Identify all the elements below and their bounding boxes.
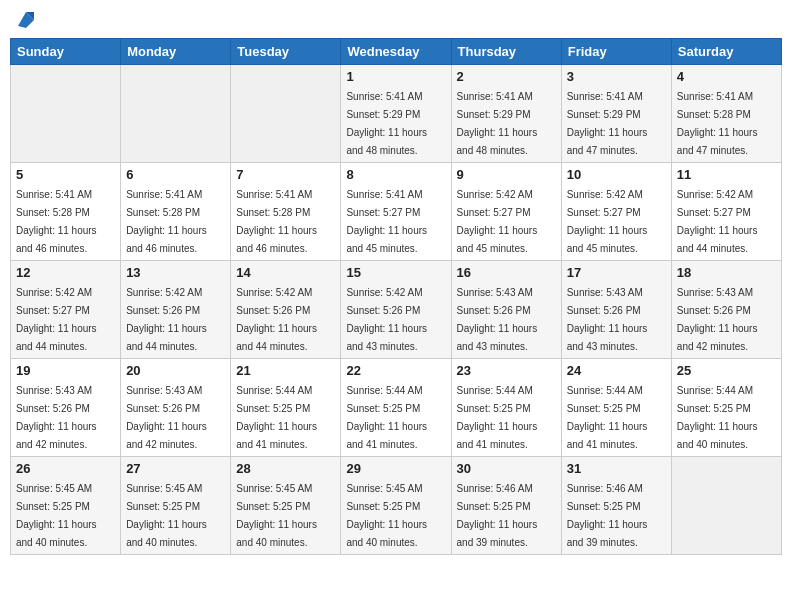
day-info: Sunrise: 5:44 AM Sunset: 5:25 PM Dayligh… <box>567 385 648 450</box>
calendar-cell: 14Sunrise: 5:42 AM Sunset: 5:26 PM Dayli… <box>231 261 341 359</box>
calendar-cell: 25Sunrise: 5:44 AM Sunset: 5:25 PM Dayli… <box>671 359 781 457</box>
calendar-cell <box>11 65 121 163</box>
calendar-cell: 30Sunrise: 5:46 AM Sunset: 5:25 PM Dayli… <box>451 457 561 555</box>
day-number: 5 <box>16 167 115 182</box>
calendar-cell: 26Sunrise: 5:45 AM Sunset: 5:25 PM Dayli… <box>11 457 121 555</box>
day-info: Sunrise: 5:42 AM Sunset: 5:26 PM Dayligh… <box>126 287 207 352</box>
calendar-cell: 6Sunrise: 5:41 AM Sunset: 5:28 PM Daylig… <box>121 163 231 261</box>
day-number: 25 <box>677 363 776 378</box>
calendar-cell: 1Sunrise: 5:41 AM Sunset: 5:29 PM Daylig… <box>341 65 451 163</box>
day-info: Sunrise: 5:44 AM Sunset: 5:25 PM Dayligh… <box>677 385 758 450</box>
day-number: 15 <box>346 265 445 280</box>
calendar-cell: 7Sunrise: 5:41 AM Sunset: 5:28 PM Daylig… <box>231 163 341 261</box>
day-number: 21 <box>236 363 335 378</box>
calendar-week-4: 19Sunrise: 5:43 AM Sunset: 5:26 PM Dayli… <box>11 359 782 457</box>
day-info: Sunrise: 5:41 AM Sunset: 5:29 PM Dayligh… <box>457 91 538 156</box>
calendar-cell: 24Sunrise: 5:44 AM Sunset: 5:25 PM Dayli… <box>561 359 671 457</box>
day-info: Sunrise: 5:42 AM Sunset: 5:27 PM Dayligh… <box>457 189 538 254</box>
calendar-header-friday: Friday <box>561 39 671 65</box>
day-info: Sunrise: 5:42 AM Sunset: 5:26 PM Dayligh… <box>236 287 317 352</box>
calendar-header-monday: Monday <box>121 39 231 65</box>
calendar-week-1: 1Sunrise: 5:41 AM Sunset: 5:29 PM Daylig… <box>11 65 782 163</box>
calendar-cell: 12Sunrise: 5:42 AM Sunset: 5:27 PM Dayli… <box>11 261 121 359</box>
day-info: Sunrise: 5:46 AM Sunset: 5:25 PM Dayligh… <box>567 483 648 548</box>
calendar-header-saturday: Saturday <box>671 39 781 65</box>
calendar-cell <box>671 457 781 555</box>
day-number: 13 <box>126 265 225 280</box>
calendar-header-thursday: Thursday <box>451 39 561 65</box>
day-number: 10 <box>567 167 666 182</box>
calendar-cell: 4Sunrise: 5:41 AM Sunset: 5:28 PM Daylig… <box>671 65 781 163</box>
calendar-cell: 8Sunrise: 5:41 AM Sunset: 5:27 PM Daylig… <box>341 163 451 261</box>
calendar-cell: 23Sunrise: 5:44 AM Sunset: 5:25 PM Dayli… <box>451 359 561 457</box>
logo-icon <box>16 10 36 30</box>
day-number: 22 <box>346 363 445 378</box>
day-number: 8 <box>346 167 445 182</box>
calendar-cell: 9Sunrise: 5:42 AM Sunset: 5:27 PM Daylig… <box>451 163 561 261</box>
day-number: 11 <box>677 167 776 182</box>
calendar-header-row: SundayMondayTuesdayWednesdayThursdayFrid… <box>11 39 782 65</box>
day-info: Sunrise: 5:41 AM Sunset: 5:28 PM Dayligh… <box>236 189 317 254</box>
day-info: Sunrise: 5:43 AM Sunset: 5:26 PM Dayligh… <box>677 287 758 352</box>
day-number: 30 <box>457 461 556 476</box>
day-number: 9 <box>457 167 556 182</box>
calendar-week-3: 12Sunrise: 5:42 AM Sunset: 5:27 PM Dayli… <box>11 261 782 359</box>
day-info: Sunrise: 5:46 AM Sunset: 5:25 PM Dayligh… <box>457 483 538 548</box>
day-number: 24 <box>567 363 666 378</box>
day-number: 20 <box>126 363 225 378</box>
day-number: 6 <box>126 167 225 182</box>
calendar-cell: 29Sunrise: 5:45 AM Sunset: 5:25 PM Dayli… <box>341 457 451 555</box>
day-number: 17 <box>567 265 666 280</box>
calendar-cell: 18Sunrise: 5:43 AM Sunset: 5:26 PM Dayli… <box>671 261 781 359</box>
day-info: Sunrise: 5:41 AM Sunset: 5:28 PM Dayligh… <box>677 91 758 156</box>
day-number: 16 <box>457 265 556 280</box>
day-info: Sunrise: 5:44 AM Sunset: 5:25 PM Dayligh… <box>346 385 427 450</box>
day-number: 31 <box>567 461 666 476</box>
calendar-week-5: 26Sunrise: 5:45 AM Sunset: 5:25 PM Dayli… <box>11 457 782 555</box>
day-info: Sunrise: 5:42 AM Sunset: 5:27 PM Dayligh… <box>16 287 97 352</box>
calendar-header-tuesday: Tuesday <box>231 39 341 65</box>
calendar-cell: 11Sunrise: 5:42 AM Sunset: 5:27 PM Dayli… <box>671 163 781 261</box>
calendar-cell: 19Sunrise: 5:43 AM Sunset: 5:26 PM Dayli… <box>11 359 121 457</box>
calendar-cell: 13Sunrise: 5:42 AM Sunset: 5:26 PM Dayli… <box>121 261 231 359</box>
day-info: Sunrise: 5:43 AM Sunset: 5:26 PM Dayligh… <box>567 287 648 352</box>
calendar-cell: 31Sunrise: 5:46 AM Sunset: 5:25 PM Dayli… <box>561 457 671 555</box>
day-number: 3 <box>567 69 666 84</box>
day-info: Sunrise: 5:45 AM Sunset: 5:25 PM Dayligh… <box>16 483 97 548</box>
day-info: Sunrise: 5:43 AM Sunset: 5:26 PM Dayligh… <box>457 287 538 352</box>
day-number: 27 <box>126 461 225 476</box>
calendar-week-2: 5Sunrise: 5:41 AM Sunset: 5:28 PM Daylig… <box>11 163 782 261</box>
day-number: 28 <box>236 461 335 476</box>
day-info: Sunrise: 5:42 AM Sunset: 5:26 PM Dayligh… <box>346 287 427 352</box>
day-info: Sunrise: 5:45 AM Sunset: 5:25 PM Dayligh… <box>346 483 427 548</box>
day-info: Sunrise: 5:41 AM Sunset: 5:28 PM Dayligh… <box>16 189 97 254</box>
calendar-cell: 5Sunrise: 5:41 AM Sunset: 5:28 PM Daylig… <box>11 163 121 261</box>
day-info: Sunrise: 5:45 AM Sunset: 5:25 PM Dayligh… <box>236 483 317 548</box>
calendar-table: SundayMondayTuesdayWednesdayThursdayFrid… <box>10 38 782 555</box>
day-info: Sunrise: 5:42 AM Sunset: 5:27 PM Dayligh… <box>567 189 648 254</box>
day-number: 12 <box>16 265 115 280</box>
day-info: Sunrise: 5:41 AM Sunset: 5:29 PM Dayligh… <box>567 91 648 156</box>
day-info: Sunrise: 5:44 AM Sunset: 5:25 PM Dayligh… <box>457 385 538 450</box>
day-number: 19 <box>16 363 115 378</box>
logo <box>14 10 36 30</box>
calendar-header-sunday: Sunday <box>11 39 121 65</box>
day-number: 14 <box>236 265 335 280</box>
day-number: 1 <box>346 69 445 84</box>
calendar-cell: 2Sunrise: 5:41 AM Sunset: 5:29 PM Daylig… <box>451 65 561 163</box>
day-number: 4 <box>677 69 776 84</box>
day-info: Sunrise: 5:42 AM Sunset: 5:27 PM Dayligh… <box>677 189 758 254</box>
calendar-cell: 21Sunrise: 5:44 AM Sunset: 5:25 PM Dayli… <box>231 359 341 457</box>
day-number: 18 <box>677 265 776 280</box>
calendar-cell: 15Sunrise: 5:42 AM Sunset: 5:26 PM Dayli… <box>341 261 451 359</box>
calendar-cell: 28Sunrise: 5:45 AM Sunset: 5:25 PM Dayli… <box>231 457 341 555</box>
day-info: Sunrise: 5:44 AM Sunset: 5:25 PM Dayligh… <box>236 385 317 450</box>
page-header <box>10 10 782 30</box>
calendar-cell <box>231 65 341 163</box>
day-number: 29 <box>346 461 445 476</box>
calendar-cell: 22Sunrise: 5:44 AM Sunset: 5:25 PM Dayli… <box>341 359 451 457</box>
day-info: Sunrise: 5:41 AM Sunset: 5:29 PM Dayligh… <box>346 91 427 156</box>
calendar-cell: 3Sunrise: 5:41 AM Sunset: 5:29 PM Daylig… <box>561 65 671 163</box>
calendar-cell: 27Sunrise: 5:45 AM Sunset: 5:25 PM Dayli… <box>121 457 231 555</box>
calendar-header-wednesday: Wednesday <box>341 39 451 65</box>
